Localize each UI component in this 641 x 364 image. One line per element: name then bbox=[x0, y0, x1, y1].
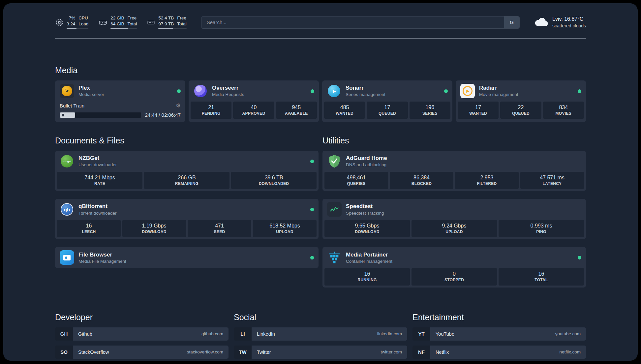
service-name: File Browser bbox=[78, 251, 126, 258]
plex-icon bbox=[60, 84, 74, 98]
stat-value: 21 bbox=[192, 104, 230, 111]
stat-tile: 485 WANTED bbox=[324, 102, 365, 119]
section-title-social: Social bbox=[234, 313, 407, 322]
memory-total: 64 GiB bbox=[110, 21, 124, 27]
bookmark-url: github.com bbox=[201, 331, 223, 336]
disk-usage-bar bbox=[158, 28, 187, 29]
status-dot-online bbox=[578, 256, 581, 259]
service-link-adguard[interactable]: AdGuard Home DNS and adblocking bbox=[322, 151, 586, 172]
playback-progress-bar[interactable] bbox=[60, 112, 141, 118]
section-title-documents: Documents & Files bbox=[55, 136, 319, 145]
stat-label: PENDING bbox=[192, 111, 230, 116]
weather-location: Lviv, 16.87°C bbox=[552, 15, 586, 23]
service-link-speedtest[interactable]: Speedtest Speedtest Tracking bbox=[322, 199, 586, 220]
stat-value: 0.993 ms bbox=[500, 222, 583, 229]
service-name: AdGuard Home bbox=[346, 155, 387, 162]
weather-widget: Lviv, 16.87°C scattered clouds bbox=[534, 15, 586, 29]
bookmark-name: YouTube bbox=[436, 331, 454, 337]
bookmark-name: Twitter bbox=[257, 349, 271, 355]
section-title-entertainment: Entertainment bbox=[412, 313, 586, 322]
service-link-plex[interactable]: Plex Media server bbox=[55, 80, 185, 102]
service-description: Media server bbox=[78, 92, 104, 98]
stat-value: 618.52 Mbps bbox=[254, 222, 315, 229]
search-bar: G bbox=[201, 16, 520, 29]
service-link-nzbget[interactable]: nzbget NZBGet Usenet downloader bbox=[55, 151, 319, 172]
gear-icon[interactable] bbox=[176, 102, 181, 109]
stat-tile: 834 MOVIES bbox=[543, 102, 584, 119]
service-card-overseerr: Overseerr Media Requests 21 PENDING 40 A… bbox=[189, 80, 319, 122]
stat-label: REMAINING bbox=[145, 181, 228, 187]
stat-value: 834 bbox=[544, 104, 583, 111]
stat-tile: 618.52 Mbps UPLOAD bbox=[253, 220, 317, 237]
bookmark-name: Netflix bbox=[436, 349, 449, 355]
service-link-overseerr[interactable]: Overseerr Media Requests bbox=[189, 80, 319, 102]
stat-value: 22 bbox=[502, 104, 540, 111]
service-card-adguard: AdGuard Home DNS and adblocking 498,461 … bbox=[322, 151, 586, 191]
bookmark-link-github[interactable]: Github github.com bbox=[73, 327, 229, 341]
stat-value: 196 bbox=[411, 104, 449, 111]
bookmark-row: NF Netflix netflix.com bbox=[412, 346, 586, 359]
bookmark-row: YT YouTube youtube.com bbox=[412, 327, 586, 341]
service-link-filebrowser[interactable]: File Browser Media File Management bbox=[55, 247, 319, 268]
service-description: Media Requests bbox=[212, 92, 244, 98]
memory-free: 22 GiB bbox=[110, 15, 124, 21]
bookmark-abbr: LI bbox=[234, 327, 252, 341]
stat-value: 471 bbox=[189, 222, 250, 229]
service-card-sonarr: Sonarr Series management 485 WANTED 17 Q… bbox=[322, 80, 452, 122]
bookmark-link-stackoverflow[interactable]: StackOverflow stackoverflow.com bbox=[73, 346, 229, 359]
status-dot-online bbox=[310, 160, 314, 163]
stat-label: PING bbox=[500, 229, 583, 235]
bookmark-row: GH Github github.com bbox=[55, 327, 229, 341]
service-link-sonarr[interactable]: Sonarr Series management bbox=[322, 80, 452, 102]
bookmark-link-twitter[interactable]: Twitter twitter.com bbox=[252, 346, 407, 359]
overseerr-icon bbox=[193, 84, 208, 98]
stat-label: RATE bbox=[58, 181, 141, 187]
bookmark-group-developer: Developer GH Github github.com SO StackO… bbox=[55, 313, 229, 361]
bookmark-link-youtube[interactable]: YouTube youtube.com bbox=[430, 327, 586, 341]
stat-tile: 1.19 Gbps DOWNLOAD bbox=[122, 220, 186, 237]
stat-value: 9.65 Gbps bbox=[326, 222, 409, 229]
stat-value: 17 bbox=[368, 104, 406, 111]
bookmark-link-linkedin[interactable]: LinkedIn linkedin.com bbox=[252, 327, 407, 341]
service-name: Media Portainer bbox=[346, 251, 392, 258]
stat-value: 2,953 bbox=[456, 174, 517, 181]
search-provider-button[interactable]: G bbox=[504, 16, 519, 28]
stat-value: 17 bbox=[459, 104, 497, 111]
memory-total-label: Total bbox=[128, 21, 137, 27]
pause-icon[interactable] bbox=[62, 114, 64, 116]
disk-total-label: Total bbox=[177, 21, 187, 27]
stat-tile: 86,384 BLOCKED bbox=[390, 172, 453, 189]
radarr-icon bbox=[460, 84, 475, 98]
memory-monitor: 22 GiB 64 GiB Free Total bbox=[98, 15, 137, 29]
stat-label: LATENCY bbox=[522, 181, 583, 187]
service-name: Sonarr bbox=[346, 84, 385, 92]
status-dot-online bbox=[310, 256, 314, 259]
bookmark-group-social: Social LI LinkedIn linkedin.com TW Twitt… bbox=[234, 313, 407, 361]
bookmark-link-netflix[interactable]: Netflix netflix.com bbox=[430, 346, 586, 359]
service-link-portainer[interactable]: Media Portainer Container management bbox=[322, 247, 586, 268]
service-description: Torrent downloader bbox=[78, 210, 117, 216]
bookmark-name: LinkedIn bbox=[257, 331, 275, 337]
stat-tile: 40 APPROVED bbox=[233, 102, 274, 119]
stat-label: WANTED bbox=[325, 111, 364, 116]
stat-tile: 47.571 ms LATENCY bbox=[520, 172, 584, 189]
service-description: Movie management bbox=[479, 92, 518, 98]
section-title-utilities: Utilities bbox=[322, 136, 586, 145]
portainer-crane-icon bbox=[327, 250, 342, 265]
service-link-radarr[interactable]: Radarr Movie management bbox=[456, 80, 586, 102]
disk-icon bbox=[147, 18, 155, 27]
status-dot-online bbox=[444, 89, 448, 93]
stat-label: RUNNING bbox=[326, 278, 409, 283]
stat-label: UPLOAD bbox=[413, 229, 496, 235]
stat-label: DOWNLOADED bbox=[232, 181, 315, 187]
stat-tile: 16 TOTAL bbox=[499, 268, 584, 285]
search-input[interactable] bbox=[201, 16, 520, 29]
stat-label: WANTED bbox=[459, 111, 497, 116]
service-description: DNS and adblocking bbox=[346, 162, 387, 168]
service-link-qbittorrent[interactable]: qb qBittorrent Torrent downloader bbox=[55, 199, 319, 220]
stat-label: DOWNLOAD bbox=[124, 229, 185, 235]
stat-label: FILTERED bbox=[456, 181, 517, 187]
cpu-chip-icon bbox=[55, 18, 64, 27]
status-dot-online bbox=[578, 89, 581, 93]
stat-value: 266 GB bbox=[145, 174, 228, 181]
